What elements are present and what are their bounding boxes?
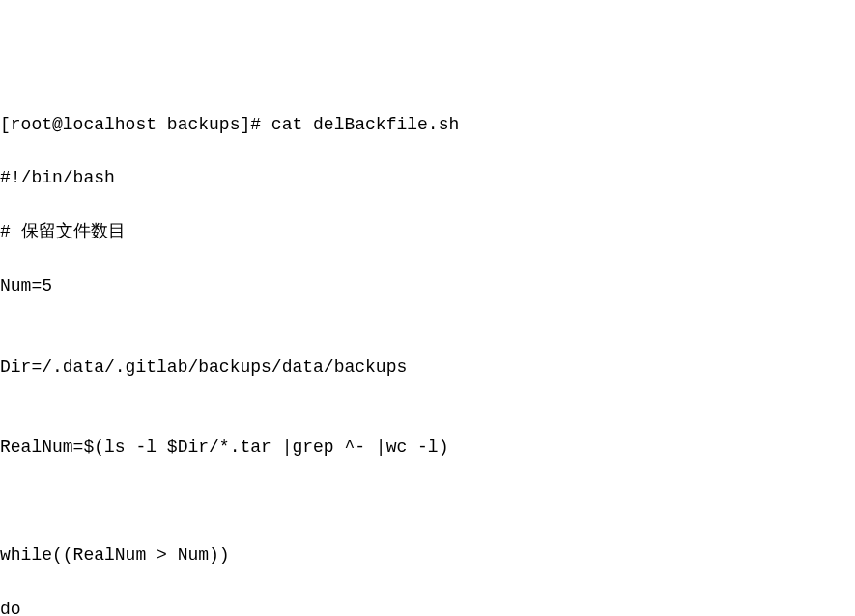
terminal-line: Dir=/.data/.gitlab/backups/data/backups xyxy=(0,354,855,381)
terminal-line: do xyxy=(0,597,855,616)
terminal-line: # 保留文件数目 xyxy=(0,219,855,246)
terminal-line: while((RealNum > Num)) xyxy=(0,543,855,570)
terminal-line: Num=5 xyxy=(0,273,855,300)
terminal-line: [root@localhost backups]# cat delBackfil… xyxy=(0,112,855,139)
terminal-line: RealNum=$(ls -l $Dir/*.tar |grep ^- |wc … xyxy=(0,434,855,462)
terminal-line: #!/bin/bash xyxy=(0,165,855,192)
